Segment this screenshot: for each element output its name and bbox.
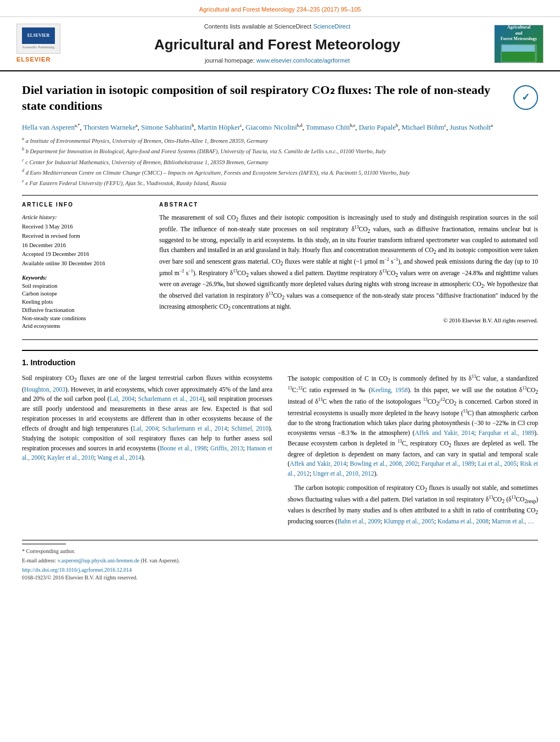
ref-farquhar2[interactable]: Farquhar et al., 1989 xyxy=(421,460,474,467)
journal-center: Contents lists available at ScienceDirec… xyxy=(60,23,494,65)
journal-homepage: journal homepage: www.elsevier.com/locat… xyxy=(71,57,483,65)
keywords-block: Keywords: Soil respiration Carbon isotop… xyxy=(22,274,143,331)
keyword-carbon-isotope: Carbon isotope xyxy=(22,290,143,298)
intro-right-para-2: The carbon isotopic composition of respi… xyxy=(288,483,538,527)
homepage-link[interactable]: www.elsevier.com/locate/agrformet xyxy=(256,57,350,64)
author-hopker[interactable]: Martin Höpker xyxy=(198,123,240,131)
doi-link[interactable]: http://dx.doi.org/10.1016/j.agrformet.20… xyxy=(22,567,132,573)
ref-unger[interactable]: Unger et al., 2010, 2012 xyxy=(313,470,374,477)
authors-line: Hella van Asperena,*, Thorsten Warnekea,… xyxy=(22,122,538,133)
sciencedirect-link[interactable]: ScienceDirect xyxy=(313,23,350,30)
email-line: E-mail address: v.asperen@iup.physik.uni… xyxy=(22,557,538,565)
affiliation-e: e e Far Eastern Federal University (FEFU… xyxy=(22,178,538,187)
author-warneke[interactable]: Thorsten Warneke xyxy=(83,123,136,131)
author-nicolini[interactable]: Giacomo Nicolini xyxy=(245,123,297,131)
received-date: Received 3 May 2016 xyxy=(22,222,143,232)
crossmark-icon[interactable]: ✓ xyxy=(513,85,538,110)
ref-farquhar[interactable]: Farquhar et al., 1989 xyxy=(479,429,535,436)
ref-affek-yakir[interactable]: Affek and Yakir, 2014 xyxy=(415,429,474,436)
intro-right-col: The isotopic composition of C in CO2 is … xyxy=(288,373,538,531)
author-bohm[interactable]: Michael Böhm xyxy=(402,123,445,131)
keyword-soil-resp: Soil respiration xyxy=(22,282,143,291)
article-title: Diel variation in isotopic composition o… xyxy=(22,82,513,114)
article-history-block: Article history: Received 3 May 2016 Rec… xyxy=(22,213,143,269)
ref-scharlemann2[interactable]: Scharlemann et al., 2014 xyxy=(162,425,227,432)
abstract-label: ABSTRACT xyxy=(159,201,538,209)
affiliation-a: a a Institute of Environmental Physics, … xyxy=(22,136,538,145)
ref-bowling[interactable]: Bowling et al., 2008, 2002 xyxy=(350,460,418,467)
affiliation-d: d d Euro Mediterranean Centre on Climate… xyxy=(22,168,538,177)
issn-line: 0168-1923/© 2016 Elsevier B.V. All right… xyxy=(22,574,538,582)
author-van-asperen[interactable]: Hella van Asperen xyxy=(22,123,75,131)
abstract-column: ABSTRACT The measurement of soil CO2 flu… xyxy=(159,201,538,331)
divider-after-affiliations xyxy=(22,195,538,196)
author-email[interactable]: v.asperen@iup.physik.uni-bremen.de xyxy=(58,557,139,564)
journal-cover-image: Agricultural and Forest Meteorology xyxy=(494,25,544,63)
footer-area: * Corresponding author. E-mail address: … xyxy=(22,540,538,582)
author-papale[interactable]: Dario Papale xyxy=(359,123,396,131)
ref-affek2[interactable]: Affek and Yakir, 2014 xyxy=(290,460,346,467)
ref-scharlemann[interactable]: Scharlemann et al., 2014 xyxy=(138,395,203,402)
intro-right-para-1: The isotopic composition of C in CO2 is … xyxy=(288,373,538,479)
affiliation-c: c c Center for Industrial Mathematics, U… xyxy=(22,157,538,166)
affiliation-b: b b Department for Innovation in Biologi… xyxy=(22,146,538,155)
ref-keeling[interactable]: Keeling, 1958 xyxy=(371,387,408,393)
ref-griffis[interactable]: Griffis, 2013 xyxy=(210,445,243,451)
contents-line: Contents lists available at ScienceDirec… xyxy=(71,23,483,31)
ref-lal2004b[interactable]: Lal, 2004 xyxy=(133,425,158,432)
keyword-diffusive: Diffusive fractionation xyxy=(22,306,143,315)
keyword-arid: Arid ecosystems xyxy=(22,322,143,331)
elsevier-logo-area: ELSEVIER Scientific Publishing ELSEVIER xyxy=(16,24,60,64)
top-bar: Agricultural and Forest Meteorology 234–… xyxy=(0,0,560,17)
received-revised-date: 16 December 2016 xyxy=(22,241,143,250)
article-title-section: Diel variation in isotopic composition o… xyxy=(22,82,538,114)
available-online: Available online 30 December 2016 xyxy=(22,259,143,269)
ref-boone[interactable]: Boone et al., 1998 xyxy=(160,445,206,451)
article-info-abstract: ARTICLE INFO Article history: Received 3… xyxy=(22,201,538,331)
corresponding-note: * Corresponding author. xyxy=(22,548,538,555)
ref-kodama[interactable]: Kodama et al., 2008 xyxy=(438,518,489,525)
history-label: Article history: xyxy=(22,213,143,222)
keywords-label: Keywords: xyxy=(22,274,143,282)
journal-reference: Agricultural and Forest Meteorology 234–… xyxy=(199,6,361,13)
author-notholt[interactable]: Justus Notholt xyxy=(450,123,491,131)
keyword-keeling: Keeling plots xyxy=(22,298,143,306)
introduction-heading: 1. Introduction xyxy=(22,358,538,369)
ref-klumpp[interactable]: Klumpp et al., 2005 xyxy=(384,518,434,525)
ref-lal2004[interactable]: Lal, 2004 xyxy=(110,395,135,402)
intro-para-1: Soil respiratory CO2 fluxes are one of t… xyxy=(22,373,272,463)
ref-wang[interactable]: Wang et al., 2014 xyxy=(97,454,142,461)
ref-kayler[interactable]: Kayler et al., 2010 xyxy=(47,454,94,461)
introduction-body: Soil respiratory CO2 fluxes are one of t… xyxy=(22,373,538,531)
ref-schimel[interactable]: Schimel, 2010 xyxy=(231,425,268,432)
page-container: Agricultural and Forest Meteorology 234–… xyxy=(0,0,560,594)
affiliations: a a Institute of Environmental Physics, … xyxy=(22,136,538,187)
elsevier-box: ELSEVIER Scientific Publishing xyxy=(16,24,60,54)
article-info-label: ARTICLE INFO xyxy=(22,201,143,209)
ref-lai[interactable]: Lai et al., 2005 xyxy=(478,460,517,467)
journal-header: ELSEVIER Scientific Publishing ELSEVIER … xyxy=(0,17,560,71)
ref-marron[interactable]: Marron et al., … xyxy=(492,518,534,525)
author-sabbatini[interactable]: Simone Sabbatini xyxy=(141,123,192,131)
received-revised-label: Received in revised form xyxy=(22,232,143,241)
copyright-line: © 2016 Elsevier B.V. All rights reserved… xyxy=(159,317,538,325)
author-chiti[interactable]: Tommaso Chiti xyxy=(306,123,350,131)
article-info-column: ARTICLE INFO Article history: Received 3… xyxy=(22,201,143,331)
doi-line: http://dx.doi.org/10.1016/j.agrformet.20… xyxy=(22,566,538,574)
abstract-text: The measurement of soil CO2 fluxes and t… xyxy=(159,213,538,313)
ref-houghton[interactable]: Houghton, 2003 xyxy=(24,386,65,393)
elsevier-name: ELSEVIER xyxy=(16,55,60,64)
divider-before-intro xyxy=(22,339,538,340)
article-area: Diel variation in isotopic composition o… xyxy=(0,71,560,594)
accepted-date: Accepted 19 December 2016 xyxy=(22,250,143,259)
journal-title: Agricultural and Forest Meteorology xyxy=(71,35,483,54)
ref-bahn[interactable]: Bahn et al., 2009 xyxy=(338,518,380,525)
keyword-nonsteady: Non-steady state conditions xyxy=(22,315,143,323)
intro-left-col: Soil respiratory CO2 fluxes are one of t… xyxy=(22,373,272,531)
introduction-section: 1. Introduction Soil respiratory CO2 flu… xyxy=(22,350,538,531)
